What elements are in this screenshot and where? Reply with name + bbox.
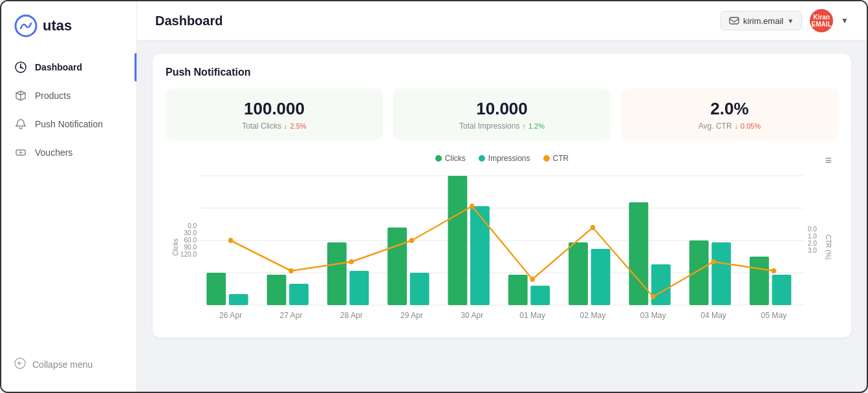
x-label-6: 02 May xyxy=(580,311,606,320)
email-chevron-icon: ▼ xyxy=(787,17,794,25)
ctr-dot-0 xyxy=(228,238,233,243)
bar xyxy=(711,242,731,305)
sidebar-item-dashboard[interactable]: Dashboard xyxy=(1,53,136,81)
email-selector-text: kirim.email xyxy=(743,16,783,26)
sidebar-item-vouchers[interactable]: Vouchers xyxy=(1,138,136,167)
legend-ctr: CTR xyxy=(543,154,569,163)
bar xyxy=(508,275,528,305)
ctr-trend-icon: ↓ xyxy=(735,122,739,130)
logo: utas xyxy=(1,14,136,53)
collapse-menu-button[interactable]: Collapse menu xyxy=(1,350,136,379)
chart-svg: 26 Apr 27 Apr 28 Apr 29 Apr 30 Apr 01 Ma… xyxy=(201,169,804,324)
bar xyxy=(327,242,347,305)
impressions-trend-value: 1.2% xyxy=(528,122,545,130)
bar xyxy=(569,242,588,305)
ctr-dot-7 xyxy=(651,294,655,299)
legend-impressions: Impressions xyxy=(479,154,530,163)
bar xyxy=(470,206,490,305)
ctr-dot-4 xyxy=(470,204,474,209)
sidebar-item-push-notification[interactable]: Push Notification xyxy=(1,110,136,138)
stats-row: 100.000 Total Clicks ↓ 2.5% 10.000 Total… xyxy=(166,89,838,141)
sidebar-push-label: Push Notification xyxy=(35,119,103,129)
x-label-8: 04 May xyxy=(700,311,726,320)
stat-total-clicks: 100.000 Total Clicks ↓ 2.5% xyxy=(166,89,383,141)
email-selector[interactable]: kirim.email ▼ xyxy=(721,11,802,30)
x-label-1: 27 Apr xyxy=(279,311,302,320)
email-icon xyxy=(729,16,739,26)
svg-point-2 xyxy=(20,67,22,69)
x-label-0: 26 Apr xyxy=(219,311,242,320)
impressions-dot xyxy=(479,155,485,162)
bar xyxy=(772,275,792,305)
stat-clicks-value: 100.000 xyxy=(179,99,370,119)
impressions-trend-icon: ↑ xyxy=(522,122,526,130)
collapse-label: Collapse menu xyxy=(32,359,92,370)
bar xyxy=(689,240,709,305)
push-notification-card: Push Notification 100.000 Total Clicks ↓… xyxy=(153,54,851,337)
vouchers-icon xyxy=(14,146,27,159)
logo-text: utas xyxy=(43,17,72,34)
sidebar-products-label: Products xyxy=(35,90,71,101)
stat-impressions-value: 10.000 xyxy=(406,99,598,119)
user-chevron-icon[interactable]: ▼ xyxy=(841,16,849,25)
clicks-dot xyxy=(435,155,442,162)
x-label-4: 30 Apr xyxy=(461,311,483,320)
ctr-dot-9 xyxy=(772,268,776,273)
clicks-trend-value: 2.5% xyxy=(290,122,307,130)
ctr-dot-1 xyxy=(288,268,293,273)
legend-ctr-label: CTR xyxy=(553,154,569,163)
stat-ctr-label: Avg. CTR ↓ 0.05% xyxy=(634,122,825,131)
bar xyxy=(267,275,287,305)
sidebar-dashboard-label: Dashboard xyxy=(35,62,82,72)
products-icon xyxy=(14,89,27,102)
legend-impressions-label: Impressions xyxy=(488,154,530,163)
header: Dashboard kirim.email ▼ KiranEMAIL ▼ xyxy=(137,1,867,41)
content-area: Push Notification 100.000 Total Clicks ↓… xyxy=(137,41,867,392)
bar xyxy=(750,257,769,305)
dashboard-icon xyxy=(14,61,27,74)
x-label-2: 28 Apr xyxy=(340,311,363,320)
ctr-dot xyxy=(543,155,550,162)
ctr-dot-8 xyxy=(711,259,715,264)
logo-icon xyxy=(14,14,38,37)
svg-rect-5 xyxy=(730,17,739,24)
y-axis-right: 3.0 2.0 1.0 0.0 xyxy=(804,226,823,268)
bar xyxy=(387,228,407,305)
chart-container: Clicks Impressions CTR ≡ Clicks xyxy=(166,154,838,324)
page-title: Dashboard xyxy=(155,14,222,28)
x-label-5: 01 May xyxy=(519,311,545,320)
ctr-dot-5 xyxy=(530,277,534,282)
y-axis-left-label: Clicks xyxy=(172,239,179,256)
stat-total-impressions: 10.000 Total Impressions ↑ 1.2% xyxy=(393,89,611,141)
sidebar-item-products[interactable]: Products xyxy=(1,81,136,110)
ctr-dot-6 xyxy=(591,225,595,230)
bar xyxy=(448,176,468,305)
ctr-dot-3 xyxy=(409,238,414,243)
chart-menu-icon[interactable]: ≡ xyxy=(825,154,832,167)
stat-impressions-label: Total Impressions ↑ 1.2% xyxy=(406,122,598,131)
header-right: kirim.email ▼ KiranEMAIL ▼ xyxy=(721,9,849,32)
chart-legend: Clicks Impressions CTR ≡ xyxy=(172,154,832,163)
bar xyxy=(289,284,309,305)
sidebar: utas Dashboard Products xyxy=(1,1,137,392)
legend-clicks-label: Clicks xyxy=(445,154,466,163)
bar xyxy=(206,273,226,305)
y-axis-right-label: CTR (%) xyxy=(825,235,832,260)
collapse-icon xyxy=(14,357,26,371)
bar xyxy=(629,202,648,305)
stat-avg-ctr: 2.0% Avg. CTR ↓ 0.05% xyxy=(621,89,838,141)
bar xyxy=(591,249,611,305)
ctr-trend-value: 0.05% xyxy=(741,122,761,130)
legend-clicks: Clicks xyxy=(435,154,466,163)
x-label-9: 05 May xyxy=(761,311,787,320)
bar xyxy=(349,271,369,305)
clicks-trend-icon: ↓ xyxy=(284,122,288,130)
x-label-3: 29 Apr xyxy=(400,311,423,320)
push-notification-icon xyxy=(14,118,27,131)
stat-ctr-value: 2.0% xyxy=(634,99,825,119)
bar xyxy=(530,286,550,305)
avatar[interactable]: KiranEMAIL xyxy=(810,9,833,32)
stat-clicks-label: Total Clicks ↓ 2.5% xyxy=(179,122,370,131)
bar xyxy=(229,294,248,305)
ctr-dot-2 xyxy=(349,259,354,264)
